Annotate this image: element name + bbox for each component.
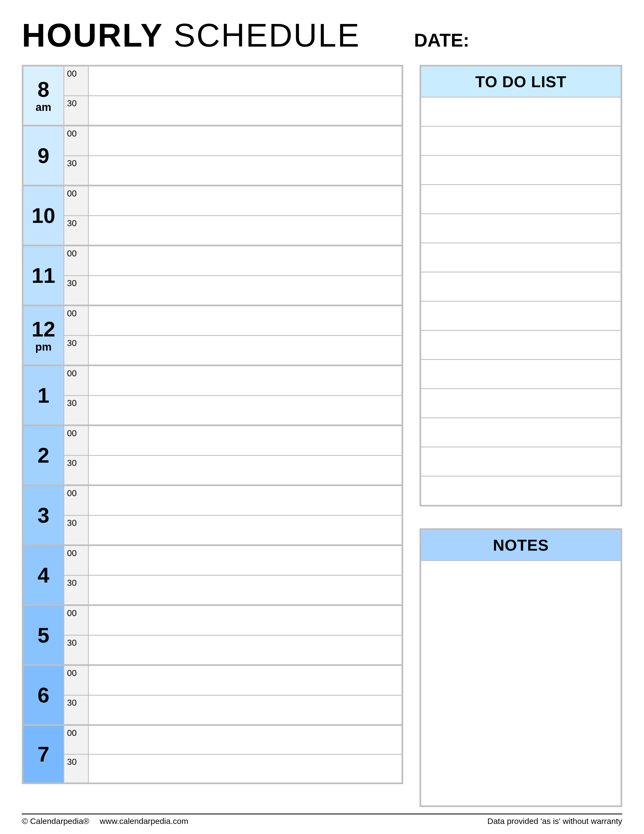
hour-row: 30 bbox=[64, 216, 402, 245]
hour-row: 00 bbox=[64, 366, 402, 396]
schedule-entry[interactable] bbox=[89, 156, 402, 185]
hour-block: 90030 bbox=[22, 125, 403, 185]
minute-label: 00 bbox=[64, 126, 89, 155]
hour-number: 3 bbox=[37, 504, 49, 526]
hour-row: 30 bbox=[64, 396, 402, 425]
hour-label: 5 bbox=[23, 606, 64, 664]
minute-label: 30 bbox=[64, 636, 89, 664]
notes-panel: NOTES bbox=[420, 528, 622, 807]
todo-row[interactable] bbox=[421, 272, 621, 301]
hour-block: 40030 bbox=[22, 545, 403, 604]
hour-row: 30 bbox=[64, 696, 402, 724]
todo-row[interactable] bbox=[421, 97, 621, 126]
schedule-entry[interactable] bbox=[89, 366, 402, 395]
todo-row[interactable] bbox=[421, 242, 621, 272]
schedule-entry[interactable] bbox=[89, 126, 402, 155]
schedule-entry[interactable] bbox=[89, 246, 402, 275]
schedule-entry[interactable] bbox=[89, 546, 402, 575]
hour-label: 3 bbox=[23, 486, 64, 545]
hour-label: 9 bbox=[23, 126, 64, 185]
todo-row[interactable] bbox=[421, 184, 621, 213]
hour-number: 12 bbox=[32, 318, 55, 340]
minute-label: 00 bbox=[64, 186, 89, 215]
hour-number: 4 bbox=[37, 564, 49, 586]
hour-row: 00 bbox=[64, 186, 402, 216]
minute-label: 30 bbox=[64, 696, 89, 724]
footer-url: www.calendarpedia.com bbox=[100, 816, 188, 826]
hour-block: 20030 bbox=[22, 425, 403, 485]
hour-row: 30 bbox=[64, 636, 402, 664]
minute-label: 30 bbox=[64, 755, 89, 783]
hour-block: 100030 bbox=[22, 185, 403, 245]
hour-row: 00 bbox=[64, 546, 402, 576]
schedule-entry[interactable] bbox=[89, 426, 402, 455]
minute-label: 00 bbox=[64, 426, 89, 455]
hour-label: 7 bbox=[23, 726, 64, 782]
schedule-entry[interactable] bbox=[89, 696, 402, 724]
title-light: SCHEDULE bbox=[163, 17, 360, 53]
todo-row[interactable] bbox=[421, 446, 621, 476]
hour-number: 2 bbox=[37, 444, 49, 466]
hour-row: 00 bbox=[64, 606, 402, 636]
title-bold: HOURLY bbox=[22, 17, 163, 53]
todo-row[interactable] bbox=[421, 417, 621, 446]
hourly-schedule: 8am00309003010003011003012pm003010030200… bbox=[22, 65, 403, 807]
footer: © Calendarpedia® www.calendarpedia.com D… bbox=[22, 813, 622, 826]
hour-block: 30030 bbox=[22, 485, 403, 545]
page-title: HOURLY SCHEDULE bbox=[22, 16, 403, 54]
minute-label: 00 bbox=[64, 246, 89, 275]
todo-row[interactable] bbox=[421, 213, 621, 242]
hour-number: 1 bbox=[37, 385, 49, 406]
todo-header: TO DO LIST bbox=[421, 66, 621, 97]
todo-row[interactable] bbox=[421, 301, 621, 330]
hour-number: 5 bbox=[37, 624, 49, 646]
schedule-entry[interactable] bbox=[89, 576, 402, 604]
hour-label: 1 bbox=[23, 366, 64, 425]
schedule-entry[interactable] bbox=[89, 66, 402, 95]
notes-header: NOTES bbox=[421, 530, 621, 560]
todo-row[interactable] bbox=[421, 476, 621, 505]
todo-row[interactable] bbox=[421, 359, 621, 388]
hour-row: 00 bbox=[64, 426, 402, 456]
schedule-entry[interactable] bbox=[89, 216, 402, 245]
schedule-entry[interactable] bbox=[89, 396, 402, 425]
notes-body[interactable] bbox=[421, 560, 621, 805]
hour-row: 00 bbox=[64, 726, 402, 755]
hour-number: 9 bbox=[37, 145, 49, 166]
hour-row: 00 bbox=[64, 486, 402, 516]
schedule-entry[interactable] bbox=[89, 726, 402, 754]
minute-label: 00 bbox=[64, 66, 89, 95]
minute-label: 00 bbox=[64, 366, 89, 395]
hour-block: 60030 bbox=[22, 664, 403, 724]
schedule-entry[interactable] bbox=[89, 96, 402, 125]
todo-row[interactable] bbox=[421, 126, 621, 155]
hour-label: 10 bbox=[23, 186, 64, 245]
schedule-entry[interactable] bbox=[89, 516, 402, 545]
date-label: DATE: bbox=[414, 29, 470, 51]
minute-label: 30 bbox=[64, 96, 89, 125]
hour-label: 4 bbox=[23, 546, 64, 604]
minute-label: 00 bbox=[64, 726, 89, 754]
minute-label: 30 bbox=[64, 456, 89, 485]
todo-row[interactable] bbox=[421, 388, 621, 417]
minute-label: 00 bbox=[64, 666, 89, 695]
schedule-entry[interactable] bbox=[89, 666, 402, 695]
minute-label: 00 bbox=[64, 606, 89, 635]
hour-label: 11 bbox=[23, 246, 64, 305]
schedule-entry[interactable] bbox=[89, 606, 402, 635]
schedule-entry[interactable] bbox=[89, 276, 402, 305]
todo-row[interactable] bbox=[421, 155, 621, 184]
schedule-entry[interactable] bbox=[89, 336, 402, 365]
minute-label: 30 bbox=[64, 576, 89, 604]
hour-row: 00 bbox=[64, 66, 402, 96]
hour-row: 30 bbox=[64, 755, 402, 783]
hour-ampm: am bbox=[36, 102, 52, 113]
schedule-entry[interactable] bbox=[89, 306, 402, 335]
hour-row: 30 bbox=[64, 96, 402, 125]
schedule-entry[interactable] bbox=[89, 636, 402, 664]
schedule-entry[interactable] bbox=[89, 755, 402, 783]
schedule-entry[interactable] bbox=[89, 486, 402, 515]
todo-row[interactable] bbox=[421, 330, 621, 359]
schedule-entry[interactable] bbox=[89, 456, 402, 485]
schedule-entry[interactable] bbox=[89, 186, 402, 215]
